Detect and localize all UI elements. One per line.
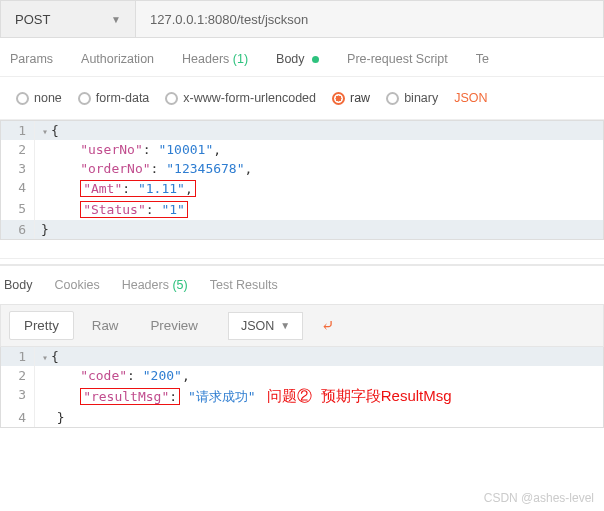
gutter: 3	[1, 159, 35, 178]
url-input[interactable]: 127.0.0.1:8080/test/jsckson	[136, 1, 603, 37]
radio-icon	[386, 92, 399, 105]
dot-icon	[312, 56, 319, 63]
request-body-editor[interactable]: 1▾{ 2 "userNo": "10001", 3 "orderNo": "1…	[0, 120, 604, 240]
subtab-cookies[interactable]: Cookies	[55, 278, 100, 292]
radio-raw[interactable]: raw	[332, 91, 370, 105]
view-preview[interactable]: Preview	[136, 312, 211, 339]
tab-body-label: Body	[276, 52, 305, 66]
highlight-box: "resultMsg":	[80, 388, 180, 405]
response-tabs: Body Cookies Headers (5) Test Results	[0, 266, 604, 304]
tab-headers-label: Headers	[182, 52, 229, 66]
gutter: 5	[1, 199, 35, 220]
gutter: 3	[1, 385, 35, 408]
tab-tests[interactable]: Te	[476, 52, 489, 76]
tab-authorization[interactable]: Authorization	[81, 52, 154, 76]
gutter: 2	[1, 366, 35, 385]
radio-icon	[78, 92, 91, 105]
subtab-body[interactable]: Body	[4, 278, 33, 292]
gutter: 1	[1, 121, 35, 140]
subtab-testresults[interactable]: Test Results	[210, 278, 278, 292]
radio-icon	[16, 92, 29, 105]
body-type-row: none form-data x-www-form-urlencoded raw…	[0, 77, 604, 120]
subtab-headers[interactable]: Headers (5)	[122, 278, 188, 292]
tab-prerequest[interactable]: Pre-request Script	[347, 52, 448, 76]
view-raw[interactable]: Raw	[78, 312, 133, 339]
wrap-lines-icon[interactable]: ⤶	[321, 316, 334, 335]
tab-headers[interactable]: Headers (1)	[182, 52, 248, 76]
watermark-text: CSDN @ashes-level	[484, 491, 594, 505]
pane-divider[interactable]	[0, 258, 604, 266]
response-view-bar: Pretty Raw Preview JSON ▼ ⤶	[0, 304, 604, 347]
gutter: 4	[1, 178, 35, 199]
gutter: 6	[1, 220, 35, 239]
response-lang-select[interactable]: JSON ▼	[228, 312, 303, 340]
radio-binary[interactable]: binary	[386, 91, 438, 105]
fold-icon[interactable]: ▾	[41, 126, 49, 137]
fold-icon[interactable]: ▾	[41, 352, 49, 363]
url-value: 127.0.0.1:8080/test/jsckson	[150, 12, 308, 27]
chevron-down-icon: ▼	[111, 14, 121, 25]
http-method-value: POST	[15, 12, 50, 27]
chevron-down-icon: ▼	[280, 320, 290, 331]
tab-headers-count: (1)	[233, 52, 248, 66]
http-method-select[interactable]: POST ▼	[1, 1, 136, 37]
gutter: 2	[1, 140, 35, 159]
gutter: 1	[1, 347, 35, 366]
gutter: 4	[1, 408, 35, 427]
radio-icon	[332, 92, 345, 105]
tab-body[interactable]: Body	[276, 52, 319, 76]
response-body-viewer[interactable]: 1▾{ 2 "code": "200", 3 "resultMsg": "请求成…	[0, 347, 604, 428]
radio-icon	[165, 92, 178, 105]
body-lang-json[interactable]: JSON	[454, 91, 487, 105]
tab-params[interactable]: Params	[10, 52, 53, 76]
annotation-text: 问题② 预期字段ResultMsg	[267, 387, 451, 404]
highlight-box: "Amt": "1.11",	[80, 180, 196, 197]
view-pretty[interactable]: Pretty	[9, 311, 74, 340]
request-tabs: Params Authorization Headers (1) Body Pr…	[0, 38, 604, 77]
radio-none[interactable]: none	[16, 91, 62, 105]
radio-urlencoded[interactable]: x-www-form-urlencoded	[165, 91, 316, 105]
radio-formdata[interactable]: form-data	[78, 91, 150, 105]
highlight-box: "Status": "1"	[80, 201, 188, 218]
